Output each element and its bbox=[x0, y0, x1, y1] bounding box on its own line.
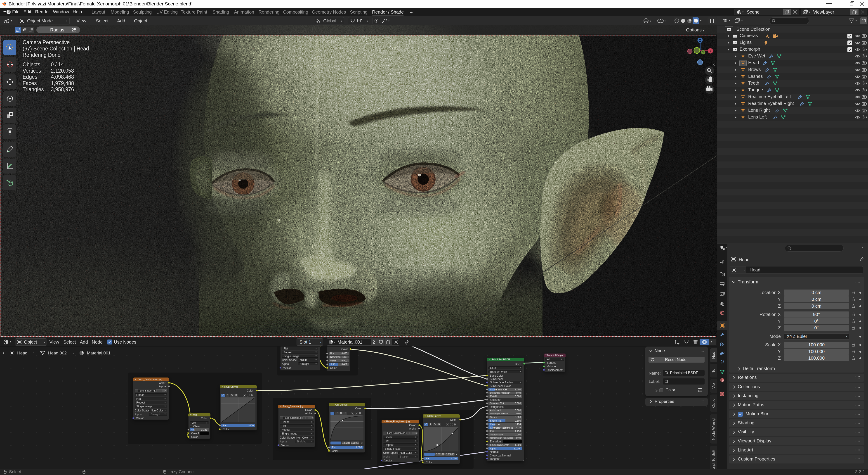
svg-text:Y: Y bbox=[702, 51, 704, 54]
svg-text:Z: Z bbox=[699, 39, 701, 42]
svg-text:X: X bbox=[709, 49, 712, 53]
